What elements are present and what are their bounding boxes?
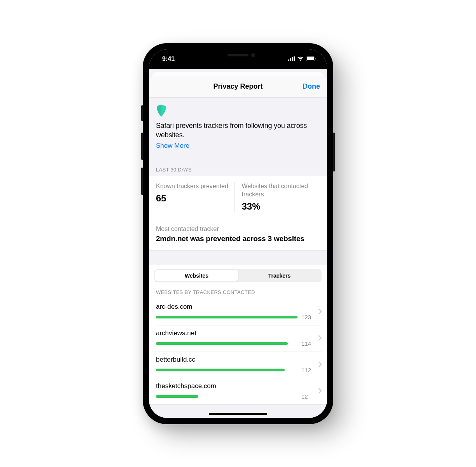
svg-rect-5 xyxy=(307,57,314,60)
svg-rect-1 xyxy=(290,58,291,61)
stat-contacted-trackers: Websites that contacted trackers 33% xyxy=(234,182,320,212)
svg-rect-2 xyxy=(292,57,293,61)
tracker-bar xyxy=(156,395,298,398)
stat-contacted-value: 33% xyxy=(242,201,315,212)
list-header: WEBSITES BY TRACKERS CONTACTED xyxy=(154,282,322,299)
cellular-icon xyxy=(288,56,295,63)
chevron-right-icon xyxy=(318,309,322,316)
segment-trackers[interactable]: Trackers xyxy=(238,270,321,282)
site-list: arc-des.com 123 archviews.net 114 better… xyxy=(154,299,322,404)
list-section: Websites Trackers WEBSITES BY TRACKERS C… xyxy=(149,265,327,405)
segment-websites[interactable]: Websites xyxy=(155,270,238,282)
tracker-bar xyxy=(156,342,298,345)
stats-card: Known trackers prevented 65 Websites tha… xyxy=(149,176,327,251)
show-more-link[interactable]: Show More xyxy=(156,142,189,150)
site-row[interactable]: thesketchspace.com 12 xyxy=(154,378,322,404)
tracker-count: 123 xyxy=(301,314,313,320)
done-button[interactable]: Done xyxy=(303,82,320,91)
site-domain: archviews.net xyxy=(156,329,313,337)
stat-contacted-label: Websites that contacted trackers xyxy=(242,182,315,199)
segmented-control[interactable]: Websites Trackers xyxy=(154,269,322,282)
tracker-count: 112 xyxy=(301,367,313,373)
sheet-header: Privacy Report Done xyxy=(149,76,327,98)
status-time: 9:41 xyxy=(162,56,175,63)
home-indicator[interactable] xyxy=(209,413,267,415)
site-domain: thesketchspace.com xyxy=(156,382,313,390)
chevron-right-icon xyxy=(318,388,322,395)
chevron-right-icon xyxy=(318,335,322,342)
screen: 9:41 Privacy Report Done xyxy=(149,49,327,418)
svg-rect-0 xyxy=(288,59,289,61)
shield-icon xyxy=(156,105,167,117)
intro-text: Safari prevents trackers from following … xyxy=(156,121,320,140)
stat-known-label: Known trackers prevented xyxy=(156,182,229,191)
battery-icon xyxy=(306,56,316,63)
tracker-bar xyxy=(156,369,298,371)
most-contacted-label: Most contacted tracker xyxy=(156,226,320,233)
stat-known-value: 65 xyxy=(156,193,229,204)
site-row[interactable]: arc-des.com 123 xyxy=(154,299,322,325)
sheet-title: Privacy Report xyxy=(213,82,262,91)
site-row[interactable]: archviews.net 114 xyxy=(154,325,322,352)
site-domain: arc-des.com xyxy=(156,303,313,311)
most-contacted-text: 2mdn.net was prevented across 3 websites xyxy=(156,234,320,244)
wifi-icon xyxy=(297,56,304,63)
phone-frame: 9:41 Privacy Report Done xyxy=(143,43,333,424)
privacy-report-sheet: Privacy Report Done Safari prevents trac… xyxy=(149,76,327,418)
period-label: LAST 30 DAYS xyxy=(149,157,327,176)
chevron-right-icon xyxy=(318,362,322,369)
tracker-bar xyxy=(156,316,298,318)
svg-rect-6 xyxy=(315,58,316,59)
sheet-body[interactable]: Safari prevents trackers from following … xyxy=(149,98,327,418)
site-domain: betterbuild.cc xyxy=(156,356,313,364)
site-row[interactable]: betterbuild.cc 112 xyxy=(154,352,322,378)
most-contacted-row: Most contacted tracker 2mdn.net was prev… xyxy=(149,220,327,251)
intro-section: Safari prevents trackers from following … xyxy=(149,98,327,158)
notch xyxy=(199,49,277,61)
tracker-count: 114 xyxy=(301,340,313,347)
svg-rect-3 xyxy=(294,56,295,61)
tracker-count: 12 xyxy=(301,393,313,400)
stat-known-trackers: Known trackers prevented 65 xyxy=(156,182,234,212)
